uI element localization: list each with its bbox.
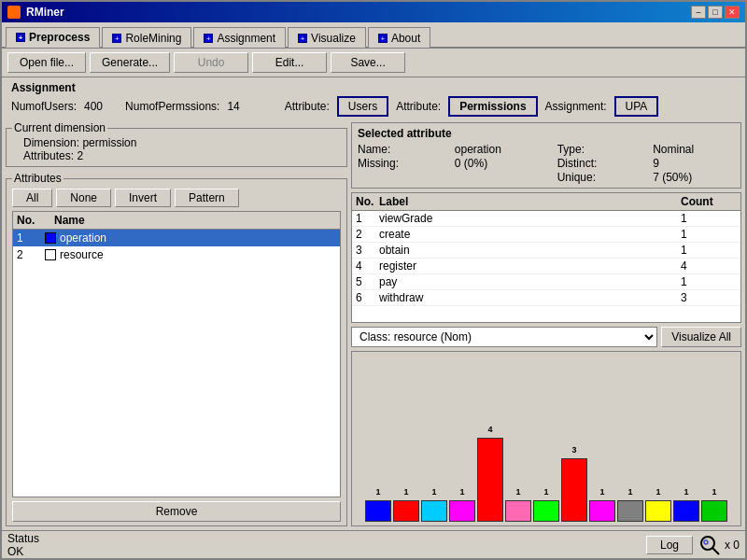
class-select[interactable]: Class: resource (Nom) (351, 327, 657, 347)
bar-value-0: 1 (375, 487, 380, 497)
bar-rect-11 (673, 500, 699, 522)
attr-row-1[interactable]: 1 operation (13, 230, 340, 246)
bar-rect-8 (589, 500, 615, 522)
tab-rolemining[interactable]: + RoleMining (102, 27, 191, 48)
attr-row-2-no: 2 (17, 248, 45, 261)
generate-button[interactable]: Generate... (90, 52, 170, 73)
right-row-3[interactable]: 3 obtain 1 (352, 243, 740, 259)
remove-button[interactable]: Remove (12, 501, 341, 522)
current-dimension-box: Current dimension Dimension: permission … (6, 128, 347, 167)
bar-value-7: 3 (571, 445, 576, 455)
unique-value: 7 (50%) (653, 171, 735, 184)
title-bar-left: RMiner (7, 6, 64, 19)
selected-attr-title: Selected attribute (358, 127, 735, 140)
minimize-button[interactable]: – (691, 6, 706, 19)
bar-rect-0 (365, 500, 391, 522)
pattern-button[interactable]: Pattern (175, 189, 239, 207)
open-file-button[interactable]: Open file... (7, 52, 86, 73)
right-row-4[interactable]: 4 register 4 (352, 259, 740, 274)
bar-value-1: 1 (403, 487, 408, 497)
num-permissions-value: 14 (227, 100, 239, 113)
status-left: Status OK (7, 532, 39, 558)
invert-button[interactable]: Invert (115, 189, 171, 207)
dimension-row: Dimension: permission (12, 136, 341, 149)
edit-button[interactable]: Edit... (252, 52, 327, 73)
tab-preprocess[interactable]: + Preprocess (6, 27, 100, 48)
permissions-button[interactable]: Permissions (448, 96, 537, 117)
log-button[interactable]: Log (646, 536, 693, 554)
tab-visualize[interactable]: + Visualize (288, 27, 366, 48)
right-panel: Selected attribute Name: operation Type:… (351, 122, 741, 526)
chart-bar-8: 1 (589, 487, 615, 522)
selected-attribute-box: Selected attribute Name: operation Type:… (351, 122, 741, 189)
none-button[interactable]: None (56, 189, 111, 207)
attributes-row: Attributes: 2 (12, 149, 341, 162)
chart-bar-10: 1 (645, 487, 671, 522)
tab-preprocess-label: Preprocess (29, 31, 90, 44)
toolbar: Open file... Generate... Undo Edit... Sa… (2, 49, 745, 77)
attr-row-2[interactable]: 2 resource (13, 246, 340, 263)
tab-assignment-icon: + (204, 34, 213, 43)
right-row-6[interactable]: 6 withdraw 3 (352, 290, 740, 306)
bar-value-2: 1 (431, 487, 436, 497)
type-label: Type: (557, 143, 639, 156)
attr-row-1-color (45, 232, 56, 244)
chart-bar-12: 1 (701, 487, 727, 522)
status-right: Log x 0 (646, 534, 740, 556)
upa-button[interactable]: UPA (614, 96, 659, 117)
maximize-button[interactable]: □ (708, 6, 723, 19)
close-button[interactable]: ✕ (725, 6, 740, 19)
attr-row-1-name: operation (60, 231, 336, 245)
attr-buttons: All None Invert Pattern (12, 183, 341, 207)
dimension-value: permission (82, 136, 136, 149)
right-row-5[interactable]: 5 pay 1 (352, 274, 740, 290)
bar-rect-1 (393, 500, 419, 522)
right-col-label: Label (379, 195, 681, 208)
col-name-header: Name (54, 214, 336, 227)
visualize-all-button[interactable]: Visualize All (661, 327, 741, 347)
status-label: Status (7, 532, 39, 545)
tab-assignment[interactable]: + Assignment (193, 27, 286, 48)
bar-value-3: 1 (459, 487, 464, 497)
bar-rect-2 (421, 500, 447, 522)
tab-rolemining-label: RoleMining (125, 32, 181, 45)
attribute-label1: Attribute: (285, 100, 330, 113)
users-button[interactable]: Users (337, 96, 388, 117)
save-button[interactable]: Save... (331, 52, 405, 73)
bar-value-6: 1 (543, 487, 548, 497)
col-no-header: No. (17, 214, 54, 227)
bar-rect-10 (645, 500, 671, 522)
bar-value-12: 1 (712, 487, 716, 497)
assignment-label: Assignment (11, 81, 736, 94)
all-button[interactable]: All (12, 189, 52, 207)
num-users-value: 400 (84, 100, 103, 113)
attributes-label: Attributes: (23, 149, 74, 162)
tab-assignment-label: Assignment (217, 32, 275, 45)
title-controls: – □ ✕ (691, 6, 740, 19)
left-panel: Current dimension Dimension: permission … (6, 122, 347, 526)
bar-value-10: 1 (655, 487, 660, 497)
attr-row-2-name: resource (60, 248, 336, 261)
right-table-header: No. Label Count (352, 193, 740, 211)
right-col-no: No. (356, 195, 379, 208)
name-label: Name: (358, 143, 440, 156)
distinct-label: Distinct: (557, 157, 639, 170)
chart-bar-0: 1 (365, 487, 391, 522)
tab-about[interactable]: + About (368, 27, 430, 48)
class-selector-row: Class: resource (Nom) Visualize All (351, 327, 741, 347)
chart-bar-1: 1 (393, 487, 419, 522)
chart-bar-2: 1 (421, 487, 447, 522)
bar-value-9: 1 (627, 487, 632, 497)
assignment-info-row: NumofUsers: 400 NumofPermssions: 14 Attr… (11, 96, 736, 117)
right-row-2[interactable]: 2 create 1 (352, 227, 740, 243)
status-value: OK (7, 545, 39, 558)
content-area: Current dimension Dimension: permission … (2, 119, 745, 530)
bar-value-8: 1 (599, 487, 604, 497)
remove-row: Remove (12, 497, 341, 522)
undo-button[interactable]: Undo (174, 52, 248, 73)
right-col-count: Count (681, 195, 737, 208)
attributes-table: 1 operation 2 resource (12, 229, 341, 497)
search-icon (698, 534, 721, 556)
right-row-1[interactable]: 1 viewGrade 1 (352, 211, 740, 227)
num-permissions-label: NumofPermssions: (125, 100, 219, 113)
